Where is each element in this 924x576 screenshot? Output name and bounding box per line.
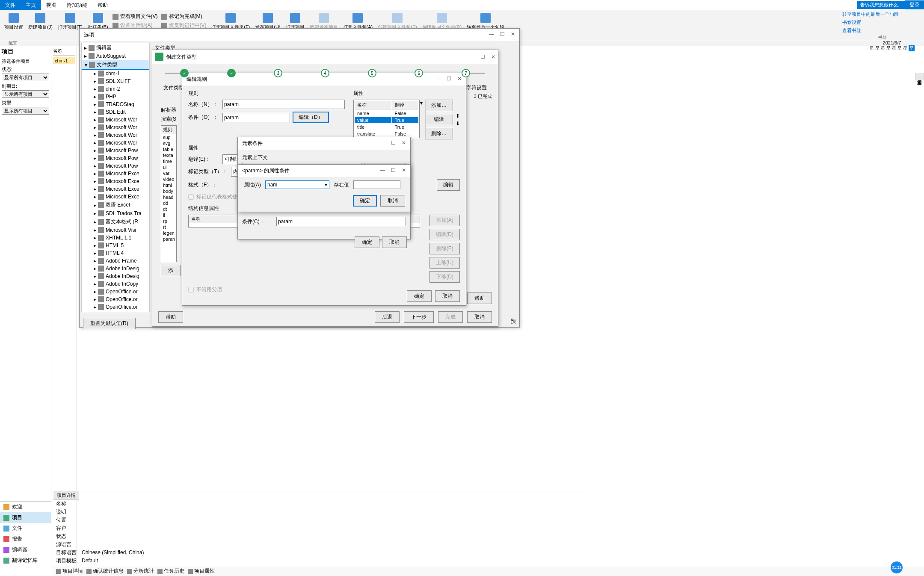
tree-subitem[interactable]: ▸Adobe InDesig: [82, 272, 149, 280]
rule-item[interactable]: head: [161, 194, 176, 200]
view-project-files[interactable]: 查看项目文件(V): [111, 12, 160, 21]
tree-subitem[interactable]: ▸Microsoft Pow: [82, 154, 149, 162]
close-icon[interactable]: ✕: [511, 31, 515, 38]
struct-down[interactable]: 下移(D): [429, 271, 460, 283]
tree-subitem[interactable]: ▸Adobe InCopy: [82, 280, 149, 288]
tab-proj-details[interactable]: 项目详情: [56, 567, 83, 575]
rule-item[interactable]: var: [161, 170, 176, 176]
cal-day[interactable]: 星: [886, 45, 891, 51]
link-view-bookmarks[interactable]: 查看书签: [841, 27, 924, 35]
minimize-icon[interactable]: —: [489, 31, 494, 38]
detail-tab[interactable]: 项目详情: [53, 491, 79, 500]
cancel-button[interactable]: 取消: [467, 311, 492, 323]
tell-me[interactable]: 告诉我您想做什么...: [857, 1, 905, 9]
useful-tips-tab[interactable]: 有用提示: [915, 73, 924, 80]
attr-row[interactable]: valueTrue: [355, 117, 418, 123]
rule-item[interactable]: sup: [161, 134, 176, 140]
rules-list[interactable]: 规则 supsvgtabletextatimeulvarvideohtmlbod…: [161, 125, 177, 262]
project-item-chm1[interactable]: chm-1: [53, 57, 75, 64]
tree-item[interactable]: ▸AutoSuggest: [82, 52, 149, 60]
outer-help-button[interactable]: 帮助: [467, 292, 492, 304]
rule-item[interactable]: html: [161, 182, 176, 188]
reset-defaults-button[interactable]: 重置为默认值(R): [83, 318, 136, 329]
tree-subitem[interactable]: ▸Microsoft Exce: [82, 177, 149, 185]
tree-subitem[interactable]: ▸XHTML 1.1: [82, 234, 149, 242]
tree-subitem[interactable]: ▸Microsoft Exce: [82, 185, 149, 193]
cal-day[interactable]: 星: [875, 45, 880, 51]
cancel-button[interactable]: 取消: [435, 290, 460, 302]
tree-subitem[interactable]: ▸Microsoft Wor: [82, 124, 149, 131]
format-edit-button[interactable]: 编辑: [437, 179, 460, 191]
rule-item[interactable]: body: [161, 188, 176, 194]
struct-edit[interactable]: 编辑(D): [429, 229, 460, 240]
attr-table[interactable]: 名称翻译 nameFalsevalueTruetitleTruetranslat…: [353, 100, 420, 138]
cal-day[interactable]: 星: [881, 45, 885, 51]
scrollbar[interactable]: ▾: [420, 100, 426, 139]
close-icon[interactable]: ✕: [491, 54, 495, 60]
elem-cond-input[interactable]: [276, 217, 406, 226]
close-icon[interactable]: ✕: [457, 76, 462, 83]
tree-subitem[interactable]: ▸Microsoft Wor: [82, 131, 149, 139]
close-icon[interactable]: ✕: [402, 167, 406, 174]
attr-delete-button[interactable]: 删除…: [425, 128, 453, 139]
elem-ok-button[interactable]: 确定: [355, 236, 379, 248]
rule-item[interactable]: dd: [161, 200, 176, 206]
attrcond-ok-button[interactable]: 确定: [353, 195, 377, 207]
tree-subitem[interactable]: ▸Adobe Frame: [82, 257, 149, 265]
edit-cond-button[interactable]: 编辑（D）: [293, 112, 329, 123]
tree-subitem[interactable]: ▸SDL XLIFF: [82, 77, 149, 85]
tree-subitem[interactable]: ▸Microsoft Wor: [82, 116, 149, 124]
tree-subitem[interactable]: ▸SDL Edit: [82, 108, 149, 116]
cal-day[interactable]: 星: [870, 45, 874, 51]
minimize-icon[interactable]: —: [435, 76, 441, 83]
rule-item[interactable]: svg: [161, 140, 176, 146]
options-tree[interactable]: ▸编辑器▸AutoSuggest▾文件类型▸chm-1▸SDL XLIFF▸ch…: [81, 43, 150, 312]
rule-item[interactable]: rp: [161, 218, 176, 224]
tree-subitem[interactable]: ▸Microsoft Exce: [82, 193, 149, 201]
maximize-icon[interactable]: ☐: [500, 31, 505, 38]
mark-complete[interactable]: 标记为完成(M): [160, 12, 209, 21]
attrcond-cancel-button[interactable]: 取消: [380, 195, 405, 207]
rule-item[interactable]: video: [161, 176, 176, 182]
tab-analysis[interactable]: 分析统计: [127, 567, 154, 575]
rule-item[interactable]: li: [161, 212, 176, 218]
move-down-icon[interactable]: ⬇: [456, 121, 460, 127]
nav-welcome[interactable]: 欢迎: [0, 502, 51, 512]
nav-reports[interactable]: 报告: [0, 534, 51, 544]
cal-day[interactable]: 星: [897, 45, 902, 51]
status-select[interactable]: 显示所有项目: [2, 74, 49, 81]
tree-subitem[interactable]: ▸chm-2: [82, 85, 149, 93]
tree-subitem[interactable]: ▸双语 Excel: [82, 201, 149, 210]
tree-item[interactable]: ▾文件类型: [82, 60, 149, 70]
add-rule-button[interactable]: 添: [161, 265, 181, 276]
minimize-icon[interactable]: —: [469, 54, 474, 60]
rule-item[interactable]: legen: [161, 230, 176, 236]
tree-subitem[interactable]: ▸Microsoft Visi: [82, 226, 149, 234]
login-button[interactable]: 登录: [905, 0, 924, 9]
rule-item[interactable]: dt: [161, 206, 176, 212]
tree-subitem[interactable]: ▸PHP: [82, 93, 149, 100]
name-input[interactable]: [222, 100, 345, 109]
attr-row[interactable]: titleTrue: [355, 124, 418, 130]
tree-subitem[interactable]: ▸Microsoft Wor: [82, 139, 149, 147]
tree-subitem[interactable]: ▸OpenOffice.or: [82, 303, 149, 311]
back-button[interactable]: 后退: [375, 311, 400, 323]
tree-subitem[interactable]: ▸HTML 4: [82, 249, 149, 257]
wizard-step-5[interactable]: 5: [368, 69, 376, 77]
tab-task-history[interactable]: 任务历史: [157, 567, 184, 575]
project-settings[interactable]: 项目设置: [2, 12, 26, 38]
tab-home[interactable]: 主页: [21, 0, 41, 10]
tab-help[interactable]: 帮助: [92, 0, 113, 10]
cal-day[interactable]: 星: [909, 45, 915, 51]
finish-button[interactable]: 完成: [438, 311, 463, 323]
struct-delete[interactable]: 删除(E): [429, 243, 460, 254]
tab-addons[interactable]: 附加功能: [62, 0, 92, 10]
link-bookmark-settings[interactable]: 书签设置: [841, 18, 924, 27]
tree-subitem[interactable]: ▸SDL Trados Tra: [82, 210, 149, 217]
date-select[interactable]: 显示所有项目: [2, 90, 49, 98]
tree-subitem[interactable]: ▸Adobe InDesig: [82, 265, 149, 272]
tree-subitem[interactable]: ▸OpenOffice.or: [82, 288, 149, 295]
struct-add[interactable]: 添加(A): [429, 215, 460, 226]
nav-tm[interactable]: 翻译记忆库: [0, 555, 51, 566]
tree-subitem[interactable]: ▸TRADOStag: [82, 100, 149, 108]
